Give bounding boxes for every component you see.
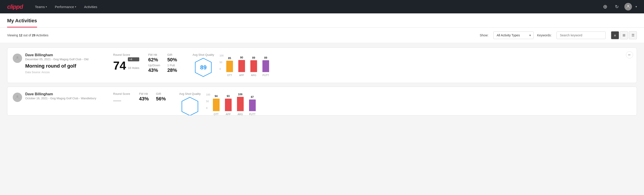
bar-label-PUTT: PUTT xyxy=(249,113,256,116)
avatar-1 xyxy=(13,54,22,63)
fw-hit-val-2: 43% xyxy=(139,96,149,102)
round-score-val-2: — xyxy=(113,96,130,104)
bar-label-APP: APP xyxy=(239,74,244,76)
card-top-2: Dave Billingham October 16, 2021 - Gog M… xyxy=(13,92,631,116)
round-score-group-2: Round Score — xyxy=(113,92,130,104)
bar-PUTT xyxy=(249,100,256,111)
fw-gir-group-2: FW Hit 43% GIR 56% xyxy=(139,92,166,102)
round-score-label-2: Round Score xyxy=(113,92,130,96)
card-date-1: December 05, 2021 - Gog Magog Golf Club … xyxy=(25,58,88,61)
updown-label-1: Up/Down xyxy=(148,64,160,67)
edit-button-1[interactable]: ✏ xyxy=(626,51,633,58)
bar-PUTT xyxy=(262,60,269,72)
bar-val-PUTT: 87 xyxy=(251,96,254,98)
navbar-right: ⊕ ↻ ▾ xyxy=(601,3,637,11)
nav-teams[interactable]: Teams ▾ xyxy=(32,3,50,10)
bar-val-OTT: 85 xyxy=(228,57,231,60)
fw-hit-label-1: FW Hit xyxy=(148,53,160,56)
hexagon-value-1: 89 xyxy=(200,64,207,71)
round-score-label-1: Round Score xyxy=(113,53,139,56)
card-info-2: Dave Billingham October 16, 2021 - Gog M… xyxy=(25,92,96,100)
fw-hit-label-2: FW Hit xyxy=(139,92,149,96)
avatar-2 xyxy=(13,92,22,102)
viewing-total: 29 xyxy=(32,34,36,37)
activity-type-select-wrapper: All Activity Types xyxy=(494,32,534,39)
updown-val-1: 43% xyxy=(148,68,160,73)
bar-chart-1: 100 50 0 85OTT90APP89ARG89PUTT xyxy=(220,54,269,76)
nav-activities[interactable]: Activities xyxy=(81,3,100,10)
teams-label: Teams xyxy=(35,5,45,9)
bar-col-APP: 90APP xyxy=(238,56,245,76)
bar-label-PUTT: PUTT xyxy=(262,74,269,76)
svg-point-0 xyxy=(627,5,629,7)
player-name-1: Dave Billingham xyxy=(25,53,88,57)
score-number-2: — xyxy=(113,96,121,104)
search-input[interactable] xyxy=(556,32,606,39)
gir-val-2: 56% xyxy=(156,96,166,102)
view-list-compact-button[interactable]: ≡ xyxy=(611,31,619,39)
bar-label-OTT: OTT xyxy=(227,74,232,76)
view-list-full-button[interactable]: ☰ xyxy=(629,31,637,39)
profile-chevron-icon: ▾ xyxy=(636,5,637,8)
fw-gir-group-1: FW Hit 62% GIR 50% Up/Down 43% 1 Putt 28… xyxy=(148,53,179,73)
add-button[interactable]: ⊕ xyxy=(601,3,609,11)
round-score-val-1: 74 +4 18 Holes xyxy=(113,57,139,72)
bars-container-1: 85OTT90APP89ARG89PUTT xyxy=(226,54,269,76)
view-toggle: ≡ ⊞ ☰ xyxy=(611,31,637,39)
updown-item-1: Up/Down 43% xyxy=(148,64,160,73)
activity-card-2: Dave Billingham October 16, 2021 - Gog M… xyxy=(7,86,637,116)
y-axis-2: 100500 xyxy=(206,93,210,109)
edit-icon: ✏ xyxy=(628,53,631,57)
card-left-1: Dave Billingham December 05, 2021 - Gog … xyxy=(13,53,106,74)
view-grid-button[interactable]: ⊞ xyxy=(620,31,628,39)
one-putt-label-1: 1 Putt xyxy=(167,64,179,67)
performance-chevron-icon: ▾ xyxy=(75,6,76,8)
bar-label-APP: APP xyxy=(226,113,231,116)
bar-ARG xyxy=(237,97,244,111)
shot-quality-2: Avg Shot Quality 100500 94OTT93APP106A xyxy=(179,92,631,116)
y-axis-1: 100 50 0 xyxy=(220,54,224,70)
navbar: clippd Teams ▾ Performance ▾ Activities … xyxy=(0,0,644,14)
page-header: My Activities xyxy=(0,14,644,28)
hexagon-1: 89 xyxy=(194,57,212,78)
y-mid-1: 50 xyxy=(220,61,224,64)
gir-item-1: GIR 50% xyxy=(167,53,179,63)
bar-ARG xyxy=(250,60,257,72)
gir-item-2: GIR 56% xyxy=(156,92,166,102)
score-holes-1: 18 Holes xyxy=(128,66,139,70)
activities-list: ✏ Dave Billingham December 05, 2021 - Go… xyxy=(0,43,644,124)
show-label: Show: xyxy=(480,34,488,37)
nav-performance[interactable]: Performance ▾ xyxy=(52,3,79,10)
shot-quality-label-2: Avg Shot Quality xyxy=(179,92,201,96)
card-source-1: Data Source: Arccos xyxy=(25,71,88,74)
viewing-label: Activities xyxy=(36,34,48,37)
bar-col-PUTT: 87PUTT xyxy=(249,96,256,116)
bars-container-2: 94OTT93APP106ARG87PUTT xyxy=(213,93,256,116)
bar-APP xyxy=(225,98,232,111)
performance-label: Performance xyxy=(55,5,74,9)
activity-type-select[interactable]: All Activity Types xyxy=(494,32,534,39)
score-badge-1: +4 xyxy=(128,57,139,61)
shot-quality-label-1: Avg Shot Quality xyxy=(192,53,214,56)
list-full-icon: ☰ xyxy=(632,33,634,37)
viewing-number: 12 xyxy=(19,34,22,37)
app-logo[interactable]: clippd xyxy=(7,3,23,10)
page-title: My Activities xyxy=(7,18,37,28)
bar-col-OTT: 94OTT xyxy=(213,94,220,116)
teams-chevron-icon: ▾ xyxy=(46,6,47,8)
svg-marker-4 xyxy=(182,97,198,116)
gir-label-1: GIR xyxy=(167,53,179,56)
one-putt-val-1: 28% xyxy=(167,68,179,73)
bar-label-ARG: ARG xyxy=(251,74,256,76)
card-info-1: Dave Billingham December 05, 2021 - Gog … xyxy=(25,53,88,74)
hexagon-container-2: Avg Shot Quality xyxy=(179,92,201,116)
refresh-button[interactable]: ↻ xyxy=(613,3,621,11)
avatar-icon-2 xyxy=(14,94,20,100)
bar-col-APP: 93APP xyxy=(225,94,232,116)
bar-val-ARG: 106 xyxy=(238,93,242,96)
fw-hit-val-1: 62% xyxy=(148,57,160,63)
bar-val-ARG: 89 xyxy=(252,56,255,59)
profile-avatar[interactable] xyxy=(624,3,632,10)
filter-bar: Viewing 12 out of 29 Activities Show: Al… xyxy=(0,28,644,43)
bar-col-ARG: 89ARG xyxy=(250,56,257,76)
